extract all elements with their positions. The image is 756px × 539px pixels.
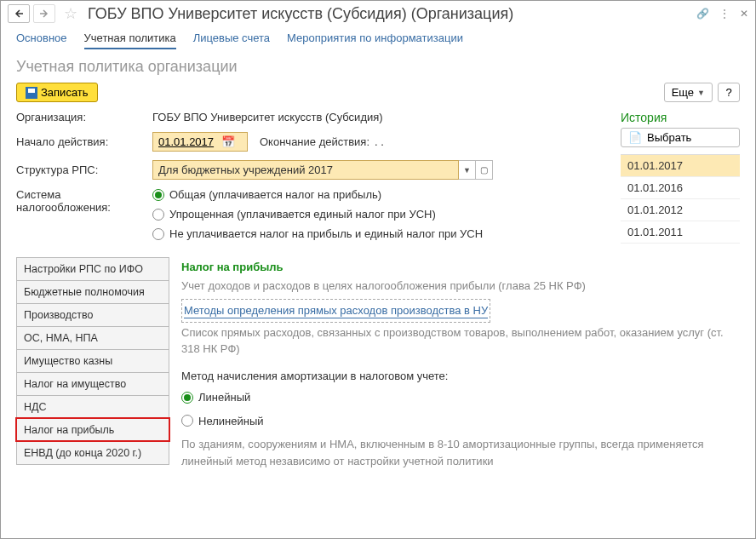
history-item[interactable]: 01.01.2012 bbox=[621, 199, 740, 221]
tab-accounting-policy[interactable]: Учетная политика bbox=[84, 28, 176, 49]
titlebar: ☆ ГОБУ ВПО Университет искусств (Субсиди… bbox=[1, 1, 755, 25]
direct-costs-link[interactable]: Методы определения прямых расходов произ… bbox=[184, 304, 488, 318]
nav-back-button[interactable] bbox=[8, 4, 30, 23]
tax-option-none[interactable]: Не уплачивается налог на прибыль и едины… bbox=[152, 227, 604, 240]
content-subtitle-1: Учет доходов и расходов в целях налогооб… bbox=[181, 278, 728, 295]
sidetab-treasury-property[interactable]: Имущество казны bbox=[16, 349, 169, 372]
tax-option-general[interactable]: Общая (уплачивается налог на прибыль) bbox=[152, 188, 604, 201]
rps-label: Структура РПС: bbox=[16, 163, 152, 176]
content-heading: Налог на прибыль bbox=[181, 259, 728, 276]
floppy-icon bbox=[26, 87, 37, 99]
close-icon[interactable]: ✕ bbox=[740, 8, 748, 20]
history-item[interactable]: 01.01.2011 bbox=[621, 221, 740, 244]
end-date-label: Окончание действия: bbox=[260, 135, 369, 148]
end-date-value: . . bbox=[375, 135, 384, 148]
start-date-input[interactable]: 📅 bbox=[152, 132, 248, 152]
sidetab-budget-powers[interactable]: Бюджетные полномочия bbox=[16, 280, 169, 303]
tax-option-simplified[interactable]: Упрощенная (уплачивается единый налог пр… bbox=[152, 208, 604, 221]
chevron-down-icon: ▼ bbox=[463, 166, 471, 175]
start-date-field[interactable] bbox=[157, 135, 216, 149]
select-icon: 📄 bbox=[628, 131, 642, 144]
org-value: ГОБУ ВПО Университет искусств (Субсидия) bbox=[152, 111, 604, 123]
method-option-nonlinear[interactable]: Нелинейный bbox=[181, 413, 728, 430]
tab-main[interactable]: Основное bbox=[16, 28, 67, 49]
history-select-button[interactable]: 📄 Выбрать bbox=[621, 128, 740, 147]
arrow-left-icon bbox=[14, 9, 24, 19]
kebab-icon[interactable]: ⋮ bbox=[719, 8, 730, 20]
start-date-label: Начало действия: bbox=[16, 135, 152, 148]
tax-option-none-label: Не уплачивается налог на прибыль и едины… bbox=[169, 227, 483, 240]
settings-side-tabs: Настройки РПС по ИФО Бюджетные полномочи… bbox=[16, 257, 169, 469]
tax-system-label: Система налогообложения: bbox=[16, 188, 152, 214]
content-panel: Налог на прибыль Учет доходов и расходов… bbox=[169, 257, 740, 469]
sidetab-production[interactable]: Производство bbox=[16, 303, 169, 326]
sidetab-nds[interactable]: НДС bbox=[16, 395, 169, 418]
method-option-linear[interactable]: Линейный bbox=[181, 389, 728, 406]
link-icon[interactable]: 🔗 bbox=[696, 8, 709, 20]
arrow-right-icon bbox=[39, 9, 49, 19]
nav-forward-button[interactable] bbox=[33, 4, 55, 23]
radio-icon bbox=[181, 415, 193, 427]
history-panel: История 📄 Выбрать 01.01.2017 01.01.2016 … bbox=[621, 111, 740, 249]
method-option-nonlinear-label: Нелинейный bbox=[198, 413, 264, 430]
org-label: Организация: bbox=[16, 111, 152, 123]
nav-tabs: Основное Учетная политика Лицевые счета … bbox=[1, 25, 755, 49]
more-button[interactable]: Еще ▼ bbox=[664, 83, 713, 102]
sidetab-profit-tax[interactable]: Налог на прибыль bbox=[16, 418, 169, 441]
rps-select-value[interactable]: Для бюджетных учреждений 2017 bbox=[152, 160, 459, 180]
window-title: ГОБУ ВПО Университет искусств (Субсидия)… bbox=[88, 5, 693, 23]
help-button[interactable]: ? bbox=[718, 83, 740, 102]
more-button-label: Еще bbox=[672, 86, 694, 99]
calendar-icon[interactable]: 📅 bbox=[221, 135, 235, 148]
window: ☆ ГОБУ ВПО Университет искусств (Субсиди… bbox=[0, 0, 756, 539]
content-note: По зданиям, сооружениям и НМА, включенны… bbox=[181, 436, 728, 469]
radio-icon bbox=[152, 189, 164, 201]
sidetab-property-tax[interactable]: Налог на имущество bbox=[16, 372, 169, 395]
rps-dropdown-button[interactable]: ▼ bbox=[459, 160, 476, 180]
radio-icon bbox=[181, 392, 193, 404]
chevron-down-icon: ▼ bbox=[697, 89, 705, 97]
open-icon: ▢ bbox=[480, 165, 488, 175]
star-icon[interactable]: ☆ bbox=[64, 4, 77, 23]
amortization-method-label: Метод начисления амортизации в налоговом… bbox=[181, 368, 728, 385]
history-select-label: Выбрать bbox=[647, 131, 691, 144]
sidetab-os-nma-npa[interactable]: ОС, НМА, НПА bbox=[16, 326, 169, 349]
history-list: 01.01.2017 01.01.2016 01.01.2012 01.01.2… bbox=[621, 154, 740, 244]
tab-accounts[interactable]: Лицевые счета bbox=[193, 28, 270, 49]
rps-select[interactable]: Для бюджетных учреждений 2017 ▼ ▢ bbox=[152, 160, 493, 180]
content-subtitle-2: Список прямых расходов, связанных с прои… bbox=[181, 324, 728, 358]
sidetab-rps-ifo[interactable]: Настройки РПС по ИФО bbox=[16, 257, 169, 280]
tax-option-simplified-label: Упрощенная (уплачивается единый налог пр… bbox=[169, 208, 436, 221]
page-title: Учетная политика организации bbox=[1, 49, 755, 83]
sidetab-envd[interactable]: ЕНВД (до конца 2020 г.) bbox=[16, 441, 169, 465]
save-button-label: Записать bbox=[41, 86, 89, 99]
history-item[interactable]: 01.01.2017 bbox=[621, 155, 740, 177]
toolbar: Записать Еще ▼ ? bbox=[1, 83, 755, 111]
history-title: История bbox=[621, 111, 740, 124]
history-item[interactable]: 01.01.2016 bbox=[621, 177, 740, 199]
tax-option-general-label: Общая (уплачивается налог на прибыль) bbox=[169, 188, 381, 201]
radio-icon bbox=[152, 209, 164, 221]
radio-icon bbox=[152, 228, 164, 240]
save-button[interactable]: Записать bbox=[16, 83, 98, 102]
tab-informatization[interactable]: Мероприятия по информатизации bbox=[287, 28, 463, 49]
method-option-linear-label: Линейный bbox=[198, 389, 250, 406]
rps-open-button[interactable]: ▢ bbox=[476, 160, 493, 180]
